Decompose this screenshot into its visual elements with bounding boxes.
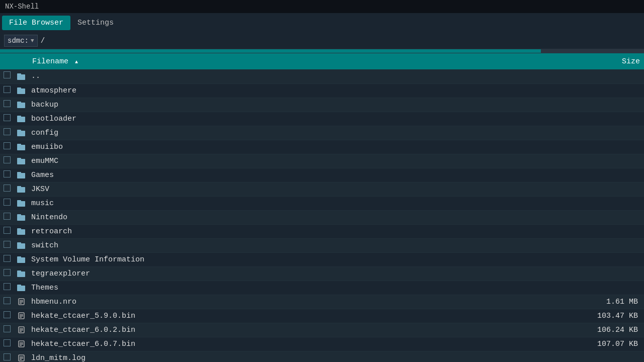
file-size	[564, 238, 644, 252]
table-header-row: Filename ▲ Size	[0, 53, 644, 69]
file-name: hekate_ctcaer_6.0.2.bin	[28, 323, 564, 337]
folder-icon	[17, 213, 25, 221]
file-name: ..	[28, 69, 564, 83]
checkbox-box	[4, 86, 11, 93]
file-type-icon	[14, 126, 28, 140]
file-name: config	[28, 126, 564, 140]
menu-file-browser[interactable]: File Browser	[2, 16, 70, 30]
checkbox-box	[4, 227, 11, 234]
file-type-icon	[14, 281, 28, 295]
file-name: tegraexplorer	[28, 266, 564, 281]
scrollbar-track	[0, 49, 644, 53]
row-checkbox[interactable]	[0, 224, 14, 238]
row-checkbox[interactable]	[0, 337, 14, 351]
checkbox-box	[4, 255, 11, 262]
file-size	[564, 196, 644, 210]
table-row[interactable]: retroarch	[0, 224, 644, 238]
filename-header[interactable]: Filename ▲	[28, 53, 564, 69]
svg-rect-19	[17, 200, 21, 202]
row-checkbox[interactable]	[0, 309, 14, 323]
file-size	[564, 224, 644, 238]
table-row[interactable]: bootloader	[0, 112, 644, 126]
table-row[interactable]: backup	[0, 98, 644, 112]
file-size	[564, 252, 644, 266]
table-row[interactable]: ..	[0, 69, 644, 83]
file-name: Themes	[28, 281, 564, 295]
checkbox-box	[4, 297, 11, 304]
file-name: music	[28, 196, 564, 210]
row-checkbox[interactable]	[0, 323, 14, 337]
checkbox-box	[4, 353, 11, 360]
checkbox-box	[4, 269, 11, 276]
row-checkbox[interactable]	[0, 252, 14, 266]
table-row[interactable]: emuiibo	[0, 140, 644, 154]
checkbox-box	[4, 325, 11, 332]
folder-icon	[17, 143, 25, 151]
svg-rect-7	[17, 116, 21, 118]
folder-icon	[17, 284, 25, 292]
table-row[interactable]: JKSV	[0, 182, 644, 196]
row-checkbox[interactable]	[0, 83, 14, 98]
table-row[interactable]: music	[0, 196, 644, 210]
folder-icon	[17, 86, 25, 95]
row-checkbox[interactable]	[0, 238, 14, 252]
folder-icon	[17, 129, 25, 137]
row-checkbox[interactable]	[0, 140, 14, 154]
file-size	[564, 168, 644, 182]
file-type-icon	[14, 351, 28, 362]
row-checkbox[interactable]	[0, 98, 14, 112]
svg-rect-1	[17, 73, 21, 75]
row-checkbox[interactable]	[0, 210, 14, 224]
row-checkbox[interactable]	[0, 182, 14, 196]
file-name: hbmenu.nro	[28, 295, 564, 309]
title-bar: NX-Shell	[0, 0, 644, 13]
table-row[interactable]: Themes	[0, 281, 644, 295]
checkbox-header	[0, 53, 14, 69]
folder-icon	[17, 255, 25, 263]
table-row[interactable]: config	[0, 126, 644, 140]
menu-settings[interactable]: Settings	[70, 16, 121, 30]
folder-icon	[17, 171, 25, 179]
table-row[interactable]: hekate_ctcaer_6.0.7.bin107.07 KB	[0, 337, 644, 351]
row-checkbox[interactable]	[0, 281, 14, 295]
dropdown-arrow-icon: ▼	[31, 38, 34, 44]
row-checkbox[interactable]	[0, 295, 14, 309]
table-row[interactable]: ldn_mitm.log	[0, 351, 644, 362]
file-size	[564, 210, 644, 224]
row-checkbox[interactable]	[0, 351, 14, 362]
checkbox-box	[4, 339, 11, 346]
table-row[interactable]: hbmenu.nro1.61 MB	[0, 295, 644, 309]
row-checkbox[interactable]	[0, 168, 14, 182]
row-checkbox[interactable]	[0, 154, 14, 168]
checkbox-box	[4, 114, 11, 121]
table-row[interactable]: hekate_ctcaer_6.0.2.bin106.24 KB	[0, 323, 644, 337]
svg-rect-11	[17, 144, 21, 146]
table-row[interactable]: hekate_ctcaer_5.9.0.bin103.47 KB	[0, 309, 644, 323]
table-row[interactable]: Games	[0, 168, 644, 182]
file-type-icon	[14, 210, 28, 224]
file-type-icon	[14, 112, 28, 126]
scrollbar[interactable]	[0, 49, 644, 53]
row-checkbox[interactable]	[0, 126, 14, 140]
table-row[interactable]: atmosphere	[0, 83, 644, 98]
file-size	[564, 281, 644, 295]
drive-select[interactable]: sdmc: ▼	[4, 35, 38, 47]
row-checkbox[interactable]	[0, 112, 14, 126]
file-size: 106.24 KB	[564, 323, 644, 337]
table-row[interactable]: Nintendo	[0, 210, 644, 224]
file-name: emuiibo	[28, 140, 564, 154]
row-checkbox[interactable]	[0, 266, 14, 281]
file-icon	[18, 298, 25, 306]
file-size	[564, 140, 644, 154]
folder-icon	[17, 269, 25, 278]
path-bar: sdmc: ▼ /	[0, 32, 644, 49]
size-header[interactable]: Size	[564, 53, 644, 69]
folder-icon	[17, 185, 25, 193]
row-checkbox[interactable]	[0, 69, 14, 83]
row-checkbox[interactable]	[0, 196, 14, 210]
file-name: ldn_mitm.log	[28, 351, 564, 362]
table-row[interactable]: emuMMC	[0, 154, 644, 168]
table-row[interactable]: switch	[0, 238, 644, 252]
table-row[interactable]: tegraexplorer	[0, 266, 644, 281]
table-row[interactable]: System Volume Information	[0, 252, 644, 266]
